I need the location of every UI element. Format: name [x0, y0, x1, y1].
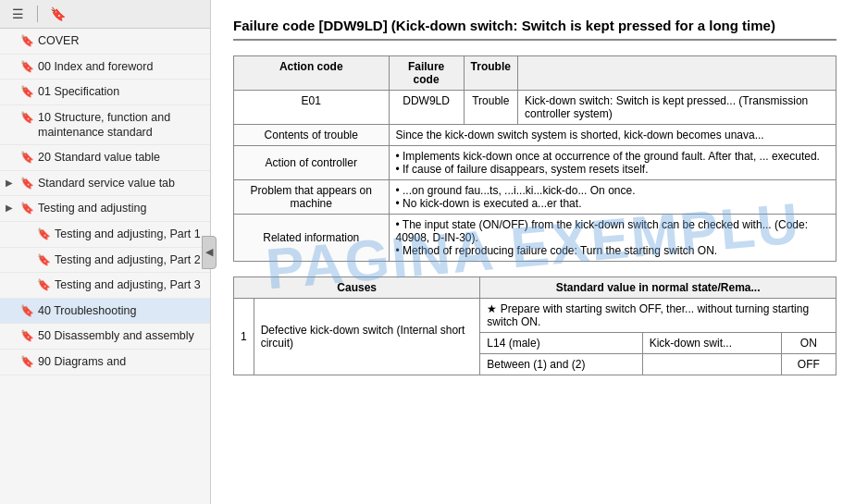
sidebar-item-diagrams[interactable]: 🔖90 Diagrams and [0, 350, 210, 375]
info-row-content-2: • ...on ground fau...ts, ...i...ki...kic… [389, 180, 836, 215]
col-trouble-desc-header [517, 56, 836, 91]
sub-condition-1: OFF [781, 354, 836, 375]
sidebar-item-structure[interactable]: 🔖10 Structure, function and maintenance … [0, 105, 210, 146]
sidebar-item-testing1[interactable]: ▶🔖Testing and adjusting [0, 196, 210, 222]
col-trouble: Trouble [464, 56, 517, 91]
info-row-label-1: Action of controller [234, 146, 390, 180]
sidebar-item-label-testing3: Testing and adjusting, Part 2 [55, 252, 203, 267]
sidebar-item-index[interactable]: 🔖00 Index and foreword [0, 55, 210, 80]
sidebar-item-label-testing4: Testing and adjusting, Part 3 [55, 277, 203, 292]
sidebar-item-label-disassembly: 50 Disassembly and assembly [38, 328, 203, 343]
info-row-label-3: Related information [234, 215, 390, 262]
sidebar-item-label-diagrams: 90 Diagrams and [38, 354, 203, 369]
chevron-icon-service: ▶ [6, 177, 19, 189]
action-code-value: E01 [234, 91, 390, 125]
bookmark-icon-service: 🔖 [20, 177, 33, 191]
sidebar: ☰ 🔖 🔖COVER🔖00 Index and foreword🔖01 Spec… [0, 0, 211, 504]
bookmark-icon-structure: 🔖 [20, 111, 33, 126]
col-failure-code: Failure code [389, 56, 464, 91]
failure-code-value: DDW9LD [389, 91, 464, 125]
sidebar-item-label-trouble: 40 Troubleshooting [38, 303, 203, 318]
bookmark-icon-spec: 🔖 [20, 85, 33, 100]
info-row-1: Action of controller• Implements kick-do… [234, 146, 836, 180]
cause-desc: Defective kick-down switch (Internal sho… [254, 299, 480, 375]
causes-rows-body: 1Defective kick-down switch (Internal sh… [234, 299, 836, 375]
sidebar-item-label-cover: COVER [38, 33, 203, 48]
sub-condition-0: ON [781, 333, 836, 354]
info-row-3: Related information• The input state (ON… [234, 215, 836, 262]
bookmark-icon-diagrams: 🔖 [20, 355, 33, 370]
bookmark-icon-disassembly: 🔖 [20, 329, 33, 344]
bookmark-icon-standard: 🔖 [20, 151, 33, 166]
sidebar-item-spec[interactable]: 🔖01 Specification [0, 80, 210, 105]
info-row-content-0: Since the kick-down switch system is sho… [389, 125, 836, 146]
toolbar-separator [37, 6, 38, 22]
causes-table: Causes Standard value in normal state/Re… [233, 277, 836, 375]
sidebar-item-service[interactable]: ▶🔖Standard service value tab [0, 171, 210, 197]
info-rows-body: Contents of troubleSince the kick-down s… [234, 125, 836, 262]
trouble-label-cell: Trouble [464, 91, 517, 125]
sub-connector-0: L14 (male) [480, 333, 642, 354]
causes-col-header: Causes [234, 277, 480, 299]
info-row-label-0: Contents of trouble [234, 125, 390, 146]
info-row-label-2: Problem that appears on machine [234, 180, 390, 215]
sidebar-item-label-standard: 20 Standard value table [38, 150, 203, 165]
col-action-code: Action code [234, 56, 390, 91]
sidebar-item-label-testing2: Testing and adjusting, Part 1 [55, 227, 203, 241]
sidebar-item-label-spec: 01 Specification [38, 84, 203, 99]
sidebar-item-label-testing1: Testing and adjusting [38, 201, 203, 215]
sub-measure-1 [642, 354, 781, 375]
sub-measure-0: Kick-down swit... [642, 333, 781, 354]
sub-connector-1: Between (1) and (2) [480, 354, 642, 375]
info-row-0: Contents of troubleSince the kick-down s… [234, 125, 836, 146]
bookmark-icon-testing1: 🔖 [20, 202, 33, 216]
trouble-desc-cell: Kick-down switch: Switch is kept pressed… [517, 91, 836, 125]
info-table: Action code Failure code Trouble E01 DDW… [233, 55, 836, 262]
cause-std-note: ★ Prepare with starting switch OFF, ther… [480, 299, 836, 333]
sidebar-item-standard[interactable]: 🔖20 Standard value table [0, 145, 210, 171]
sidebar-item-cover[interactable]: 🔖COVER [0, 29, 210, 55]
info-row-content-1: • Implements kick-down once at occurrenc… [389, 146, 836, 180]
sidebar-item-label-index: 00 Index and foreword [38, 59, 203, 74]
info-row-content-3: • The input state (ON/OFF) from the kick… [389, 215, 836, 262]
bookmark-icon-cover: 🔖 [20, 34, 33, 49]
bookmark-icon-testing4: 🔖 [37, 278, 50, 293]
sidebar-item-disassembly[interactable]: 🔖50 Disassembly and assembly [0, 324, 210, 350]
cause-num: 1 [234, 299, 254, 375]
bookmark-icon-testing2: 🔖 [37, 227, 50, 242]
bookmark-icon-trouble: 🔖 [20, 304, 33, 319]
menu-icon[interactable]: ☰ [7, 4, 28, 24]
cause-row-1: 1Defective kick-down switch (Internal sh… [234, 299, 836, 333]
info-row-2: Problem that appears on machine• ...on g… [234, 180, 836, 215]
main-content: PAGINA EXEMPLU Failure code [DDW9LD] (Ki… [211, 0, 855, 504]
sidebar-toolbar: ☰ 🔖 [0, 0, 210, 29]
bookmark-toolbar-icon[interactable]: 🔖 [47, 4, 68, 24]
sidebar-item-trouble[interactable]: 🔖40 Troubleshooting [0, 299, 210, 325]
bookmark-icon-testing3: 🔖 [37, 253, 50, 268]
sidebar-item-testing2[interactable]: 🔖Testing and adjusting, Part 1 [0, 222, 210, 248]
sidebar-collapse-button[interactable]: ◀ [202, 236, 217, 269]
bookmark-icon-index: 🔖 [20, 60, 33, 75]
sidebar-item-testing3[interactable]: 🔖Testing and adjusting, Part 2 [0, 248, 210, 274]
sidebar-item-testing4[interactable]: 🔖Testing and adjusting, Part 3 [0, 273, 210, 299]
std-col-header: Standard value in normal state/Rema... [480, 277, 836, 299]
page-title: Failure code [DDW9LD] (Kick-down switch:… [233, 17, 836, 41]
sidebar-items-container: 🔖COVER🔖00 Index and foreword🔖01 Specific… [0, 29, 210, 375]
chevron-icon-testing1: ▶ [6, 202, 19, 214]
sidebar-item-label-structure: 10 Structure, function and maintenance s… [38, 110, 203, 141]
sidebar-item-label-service: Standard service value tab [38, 176, 203, 191]
